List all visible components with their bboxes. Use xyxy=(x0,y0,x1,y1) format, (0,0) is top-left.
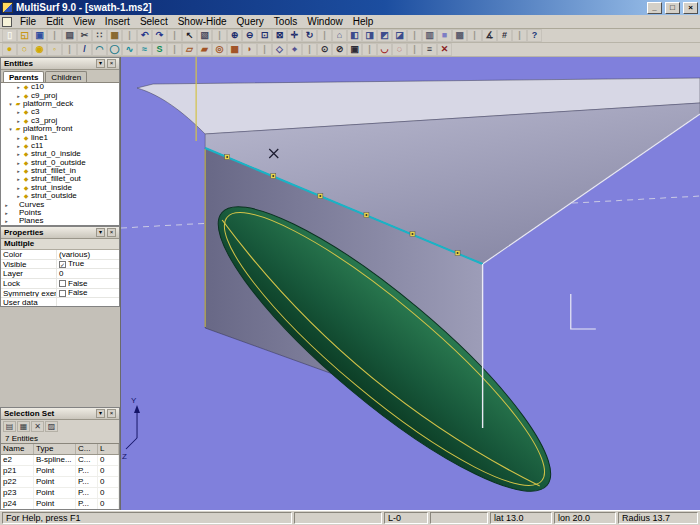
home-view-icon[interactable]: ⌂ xyxy=(332,29,347,42)
snake-icon[interactable]: S xyxy=(152,43,167,56)
property-row[interactable]: Visible ✓ True xyxy=(1,260,119,270)
ruled-surface-icon[interactable]: ▱ xyxy=(182,43,197,56)
toolbar-separator[interactable]: | xyxy=(212,29,227,42)
panel-close-button[interactable]: × xyxy=(107,59,116,68)
wireframe-icon[interactable]: ▥ xyxy=(422,29,437,42)
zoom-in-icon[interactable]: ⊕ xyxy=(227,29,242,42)
open-file-icon[interactable]: ◱ xyxy=(17,29,32,42)
ring-icon[interactable]: ◌ xyxy=(392,43,407,56)
table-row[interactable]: e2 B-spline... C... 0 xyxy=(1,455,119,466)
property-value[interactable]: False xyxy=(57,289,119,298)
toolbar-separator[interactable]: | xyxy=(122,29,137,42)
delete-icon[interactable]: ✕ xyxy=(437,43,452,56)
tree-item[interactable]: ▸ ◆ line1 xyxy=(1,133,119,141)
expand-arrow-icon[interactable]: ▸ xyxy=(15,167,22,175)
close-button[interactable]: × xyxy=(683,2,698,14)
front-view-icon[interactable]: ◧ xyxy=(347,29,362,42)
expand-arrow-icon[interactable]: ▸ xyxy=(15,134,22,142)
toolbar-separator[interactable]: | xyxy=(62,43,77,56)
properties-panel-titlebar[interactable]: Properties ▾ × xyxy=(1,227,119,239)
cut-icon[interactable]: ✂ xyxy=(77,29,92,42)
entities-panel-titlebar[interactable]: Entities ▾ × xyxy=(1,58,119,70)
toolbar-separator[interactable]: | xyxy=(407,43,422,56)
entities-tree[interactable]: ▸ ◆ c10 ▸ ◆ c9_proj ▾ ▰ xyxy=(1,82,119,225)
toolbar-separator[interactable]: | xyxy=(167,43,182,56)
undo-icon[interactable]: ↶ xyxy=(137,29,152,42)
rotate-view-icon[interactable]: ↻ xyxy=(302,29,317,42)
line-icon[interactable]: / xyxy=(77,43,92,56)
panel-menu-button[interactable]: ▾ xyxy=(96,228,105,237)
paste-icon[interactable]: ▦ xyxy=(107,29,122,42)
table-row[interactable]: p22 Point P... 0 xyxy=(1,477,119,488)
iso-view-icon[interactable]: ◪ xyxy=(392,29,407,42)
property-row[interactable]: Lock False xyxy=(1,279,119,289)
arc-icon[interactable]: ◠ xyxy=(92,43,107,56)
table-row[interactable]: p24 Point P... 0 xyxy=(1,499,119,509)
copy-icon[interactable]: ∷ xyxy=(92,29,107,42)
point-icon[interactable]: ● xyxy=(2,43,17,56)
properties-icon[interactable]: ≡ xyxy=(422,43,437,56)
panel-menu-button[interactable]: ▾ xyxy=(96,409,105,418)
tree-item[interactable]: ▾ ▰ platform_deck xyxy=(1,100,119,108)
column-header-c[interactable]: C... xyxy=(76,444,98,454)
checkbox[interactable] xyxy=(59,290,66,297)
menu-item[interactable]: Insert xyxy=(100,15,135,28)
zoom-window-icon[interactable]: ⊡ xyxy=(257,29,272,42)
panel-menu-button[interactable]: ▾ xyxy=(96,59,105,68)
checkbox[interactable]: ✓ xyxy=(59,261,66,268)
expand-arrow-icon[interactable]: ▸ xyxy=(15,142,22,150)
plane-icon[interactable]: ◇ xyxy=(272,43,287,56)
toolbar-separator[interactable]: | xyxy=(257,43,272,56)
tab-children[interactable]: Children xyxy=(45,71,87,82)
grid-icon[interactable]: # xyxy=(497,29,512,42)
grid-view-icon[interactable]: ▦ xyxy=(17,421,30,432)
remove-item-icon[interactable]: ✕ xyxy=(31,421,44,432)
zoom-out-icon[interactable]: ⊖ xyxy=(242,29,257,42)
toolbar-separator[interactable]: | xyxy=(467,29,482,42)
selection-panel-titlebar[interactable]: Selection Set ▾ × xyxy=(1,408,119,420)
toolbar-separator[interactable]: | xyxy=(167,29,182,42)
table-row[interactable]: p21 Point P... 0 xyxy=(1,466,119,477)
column-header-name[interactable]: Name xyxy=(1,444,34,454)
minimize-button[interactable]: _ xyxy=(647,2,662,14)
panel-close-button[interactable]: × xyxy=(107,409,116,418)
toolbar-separator[interactable]: | xyxy=(317,29,332,42)
property-value[interactable]: False xyxy=(57,279,119,288)
circle-icon[interactable]: ◯ xyxy=(107,43,122,56)
shaded-icon[interactable]: ■ xyxy=(437,29,452,42)
side-view-icon[interactable]: ◨ xyxy=(362,29,377,42)
top-view-icon[interactable]: ◩ xyxy=(377,29,392,42)
new-file-icon[interactable]: ▯ xyxy=(2,29,17,42)
document-icon[interactable] xyxy=(2,17,12,27)
expand-arrow-icon[interactable]: ▾ xyxy=(7,125,14,133)
show-icon[interactable]: ⊙ xyxy=(317,43,332,56)
property-row[interactable]: Symmetry exempt False xyxy=(1,289,119,299)
tab-parents[interactable]: Parents xyxy=(3,71,44,82)
toolbar-separator[interactable]: | xyxy=(302,43,317,56)
help-icon[interactable]: ? xyxy=(527,29,542,42)
pan-icon[interactable]: ✛ xyxy=(287,29,302,42)
menu-item[interactable]: View xyxy=(68,15,100,28)
expand-arrow-icon[interactable]: ▸ xyxy=(15,184,22,192)
expand-arrow-icon[interactable]: ▸ xyxy=(3,209,10,217)
menu-item[interactable]: File xyxy=(15,15,41,28)
print-icon[interactable]: ▤ xyxy=(62,29,77,42)
tree-item[interactable]: ▸ ◆ c3 xyxy=(1,108,119,116)
menu-item[interactable]: Help xyxy=(348,15,379,28)
tree-item[interactable]: ▸ ◆ c10 xyxy=(1,83,119,91)
column-header-type[interactable]: Type xyxy=(34,444,76,454)
bspline-surface-icon[interactable]: ▦ xyxy=(227,43,242,56)
panel-close-button[interactable]: × xyxy=(107,228,116,237)
column-header-l[interactable]: L xyxy=(98,444,119,454)
expand-arrow-icon[interactable]: ▸ xyxy=(15,92,22,100)
revolve-surface-icon[interactable]: ◎ xyxy=(212,43,227,56)
expand-arrow-icon[interactable]: ▸ xyxy=(3,217,10,225)
toolbar-separator[interactable]: | xyxy=(512,29,527,42)
table-row[interactable]: p23 Point P... 0 xyxy=(1,488,119,499)
expand-arrow-icon[interactable]: ▸ xyxy=(15,83,22,91)
property-value[interactable]: 0 xyxy=(57,269,119,278)
render-icon[interactable]: ▩ xyxy=(452,29,467,42)
frame-icon[interactable]: ⌖ xyxy=(287,43,302,56)
bead-icon[interactable]: ◦ xyxy=(47,43,62,56)
menu-item[interactable]: Edit xyxy=(41,15,68,28)
